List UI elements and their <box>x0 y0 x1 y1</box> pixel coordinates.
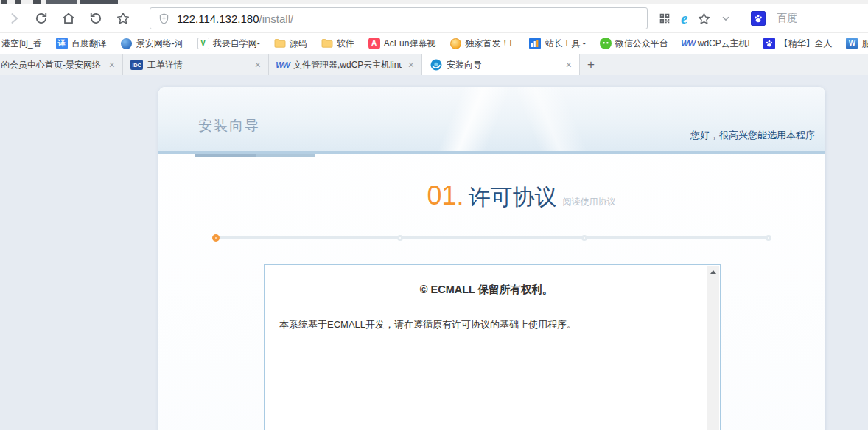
refresh-icon[interactable] <box>33 10 49 27</box>
bookmark-item[interactable]: 港空间_香 <box>1 38 42 50</box>
step-number: 01. <box>427 180 463 211</box>
address-bar[interactable]: 122.114.132.180/install/ <box>150 7 648 29</box>
bookmark-label: 景安网络-河 <box>136 38 183 50</box>
progress-step-dot <box>212 234 220 242</box>
server-icon: W <box>846 38 858 49</box>
window-fragment <box>15 0 21 4</box>
bookmark-label: AcFun弹幕视 <box>384 38 436 50</box>
bookmark-label: 港空间_香 <box>1 38 42 50</box>
jingan-icon <box>121 38 133 49</box>
license-body: 本系统基于ECMALL开发，请在遵循原有许可协议的基础上使用程序。 <box>279 317 690 332</box>
bookmark-item[interactable]: 站长工具 - <box>529 38 585 50</box>
toolbar-separator <box>741 10 741 27</box>
bookmark-item[interactable]: 景安网络-河 <box>121 38 183 50</box>
baidu-search-engine-icon[interactable] <box>751 11 766 26</box>
gold-icon <box>449 38 461 49</box>
progress-step-dot <box>581 235 587 241</box>
license-heading: © ECMALL 保留所有权利。 <box>282 283 690 297</box>
bookmark-star-icon[interactable] <box>697 12 711 26</box>
bookmark-label: wdCP云主机l <box>698 38 750 50</box>
wechat-icon <box>600 38 612 49</box>
page-viewport: 安装向导 您好，很高兴您能选用本程序 01.许可协议阅读使用协议 © ECMAL… <box>0 75 868 430</box>
bookmark-item[interactable]: 微信公众平台 <box>600 38 668 50</box>
progress-steps <box>216 230 769 245</box>
progress-step-dot <box>397 235 403 241</box>
bookmark-item[interactable]: 【精华】全人 <box>763 38 832 50</box>
url-path: /install/ <box>259 13 294 25</box>
close-icon[interactable]: × <box>407 60 416 70</box>
close-icon[interactable]: × <box>108 60 116 70</box>
bookmark-label: 软件 <box>337 38 354 50</box>
tab-1[interactable]: IDC工单详情× <box>123 54 269 75</box>
bookmark-item[interactable]: AAcFun弹幕视 <box>368 38 436 50</box>
url-host: 122.114.132.180 <box>177 13 259 25</box>
ie-compat-icon[interactable]: e <box>681 11 687 27</box>
wdcp-icon: WW <box>682 38 694 49</box>
bookmark-label: 独家首发！E <box>465 38 515 50</box>
wizard-icon <box>430 59 442 71</box>
bookmark-label: 站长工具 - <box>545 38 585 50</box>
tab-title: 文件管理器,wdCP云主机linu <box>293 59 402 71</box>
step-subtitle: 阅读使用协议 <box>563 197 616 207</box>
home-icon[interactable] <box>60 10 76 27</box>
bookmark-item[interactable]: 独家首发！E <box>449 38 515 50</box>
chevron-down-icon[interactable] <box>721 13 731 24</box>
forward-icon[interactable] <box>6 10 21 27</box>
window-fragment <box>33 0 41 4</box>
browser-toolbar: 122.114.132.180/install/ e 百度 <box>0 4 868 33</box>
tab-bar: 的会员中心首页-景安网络×IDC工单详情×WW文件管理器,wdCP云主机linu… <box>0 54 868 75</box>
tab-title: 安装向导 <box>447 59 560 71</box>
folder-icon <box>321 38 333 49</box>
tab-title: 的会员中心首页-景安网络 <box>1 59 103 71</box>
idc-icon: IDC <box>130 59 143 71</box>
tab-title: 工单详情 <box>147 59 249 71</box>
tab-2[interactable]: WW文件管理器,wdCP云主机linu× <box>269 54 422 75</box>
wizard-title: 安装向导 <box>198 116 260 135</box>
bookmark-item[interactable]: W服务器有 <box>846 38 868 50</box>
search-engine-label[interactable]: 百度 <box>777 12 797 25</box>
bookmark-label: 我要自学网- <box>213 38 260 50</box>
chinaz-icon <box>529 38 541 49</box>
close-icon[interactable]: × <box>253 60 262 70</box>
window-title-strip <box>0 0 868 4</box>
51zxw-icon: V <box>197 38 209 49</box>
scroll-up-icon[interactable] <box>710 270 716 274</box>
bookmark-item[interactable]: 译百度翻译 <box>56 38 107 50</box>
tabs: 的会员中心首页-景安网络×IDC工单详情×WW文件管理器,wdCP云主机linu… <box>0 54 580 75</box>
header-accent-dash <box>256 154 315 157</box>
license-scrollbar[interactable] <box>707 266 719 430</box>
qr-code-icon[interactable] <box>658 12 671 25</box>
bookmark-label: 微信公众平台 <box>615 38 668 50</box>
back-undo-icon[interactable] <box>88 10 103 27</box>
shield-plus-icon <box>158 13 170 25</box>
acfun-icon: A <box>368 38 380 49</box>
bookmark-item[interactable]: 软件 <box>321 38 354 50</box>
header-accent-dash <box>195 154 256 157</box>
tab-0[interactable]: 的会员中心首页-景安网络× <box>0 54 123 75</box>
favorite-star-icon[interactable] <box>115 10 130 27</box>
window-fragment <box>1 0 7 4</box>
progress-step-dot <box>766 235 771 241</box>
folder-icon <box>274 38 286 49</box>
bookmark-label: 服务器有 <box>861 38 868 50</box>
install-wizard-panel: 安装向导 您好，很高兴您能选用本程序 01.许可协议阅读使用协议 © ECMAL… <box>158 87 825 430</box>
bookmark-label: 百度翻译 <box>71 38 107 50</box>
toolbar-right-icons: e 百度 <box>658 10 797 27</box>
bookmark-label: 源码 <box>290 38 307 50</box>
new-tab-button[interactable]: + <box>580 54 602 75</box>
tab-active[interactable]: 安装向导× <box>422 54 580 75</box>
url-text: 122.114.132.180/install/ <box>177 13 293 25</box>
step-heading: 01.许可协议阅读使用协议 <box>188 180 855 213</box>
bookmark-item[interactable]: V我要自学网- <box>197 38 260 50</box>
progress-track <box>216 236 769 239</box>
wizard-header: 安装向导 您好，很高兴您能选用本程序 <box>158 87 825 154</box>
wdcp-icon: WW <box>276 59 289 71</box>
bookmark-label: 【精华】全人 <box>779 38 832 50</box>
bookmark-item[interactable]: 源码 <box>274 38 307 50</box>
bookmark-item[interactable]: WWwdCP云主机l <box>682 38 750 50</box>
baidu-paw-icon <box>763 38 775 49</box>
bookmarks-bar: 港空间_香译百度翻译景安网络-河V我要自学网-源码软件AAcFun弹幕视独家首发… <box>0 33 868 54</box>
license-agreement-box[interactable]: © ECMALL 保留所有权利。 本系统基于ECMALL开发，请在遵循原有许可协… <box>264 264 721 430</box>
close-icon[interactable]: × <box>564 60 573 70</box>
wizard-greeting: 您好，很高兴您能选用本程序 <box>690 129 815 142</box>
